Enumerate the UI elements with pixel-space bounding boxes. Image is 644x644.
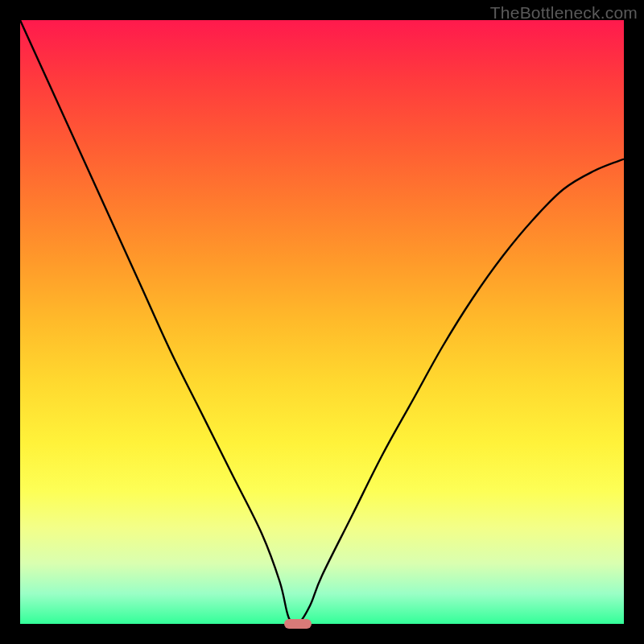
bottleneck-curve xyxy=(20,20,624,624)
plot-area xyxy=(20,20,624,624)
chart-frame: TheBottleneck.com xyxy=(0,0,644,644)
watermark-text: TheBottleneck.com xyxy=(490,3,638,23)
optimal-marker xyxy=(284,619,312,629)
